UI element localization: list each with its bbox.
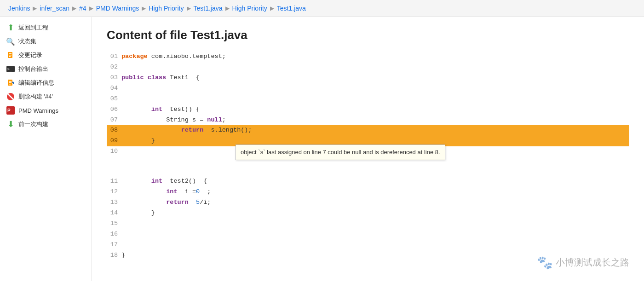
tooltip-box: object `s` last assigned on line 7 could… [236,144,445,160]
prev-arrow-icon: ⬇ [6,120,15,128]
sidebar-label-back: 返回到工程 [18,23,48,32]
code-line-16: 16 [107,229,629,240]
breadcrumb-test1-2[interactable]: Test1.java [277,5,306,12]
line-num-10: 10 [107,146,120,176]
svg-rect-9 [9,84,11,85]
sep5: ▶ [187,5,191,12]
line-code-04 [120,83,629,94]
line-num-07: 07 [107,115,120,126]
line-code-13: return 5/i; [120,197,629,208]
line-num-01: 01 [107,52,120,62]
line-num-05: 05 [107,94,120,104]
line-code-15 [120,219,629,229]
line-code-02 [120,62,629,73]
sidebar-item-back[interactable]: ⬆ 返回到工程 [0,21,92,35]
svg-rect-2 [9,55,12,56]
up-arrow-icon: ⬆ [6,23,15,32]
code-line-04: 04 [107,83,629,94]
sep7: ▶ [270,5,274,12]
sidebar-label-console: 控制台输出 [18,65,48,73]
layout: ⬆ 返回到工程 🔍 状态集 变更记录 >_ 控制台输出 编辑编译信息 [0,17,644,281]
breadcrumb: Jenkins ▶ infer_scan ▶ #4 ▶ PMD Warnings… [0,0,644,17]
code-line-07: 07 String s = null; [107,115,629,126]
svg-text:P: P [7,108,11,113]
code-line-15: 15 [107,219,629,229]
code-line-06: 06 int test() { [107,104,629,115]
line-code-03: public class Test1 { [120,73,629,83]
sidebar-item-console[interactable]: >_ 控制台输出 [0,62,92,76]
sidebar-label-pmd: PMD Warnings [18,107,58,114]
sidebar-label-delete: 删除构建 '#4' [18,92,53,101]
line-code-11: int test2() { [120,176,629,187]
sidebar-label-prev: 前一次构建 [18,120,48,128]
line-num-13: 13 [107,197,120,208]
line-num-16: 16 [107,229,120,240]
sep1: ▶ [33,5,37,12]
line-code-08: return s.length(); [120,125,629,136]
pmd-icon: P [6,106,15,115]
sep6: ▶ [225,5,230,12]
line-num-06: 06 [107,104,120,115]
sidebar-item-delete[interactable]: 删除构建 '#4' [0,90,92,104]
breadcrumb-high2[interactable]: High Priority [232,5,267,12]
line-code-06: int test() { [120,104,629,115]
code-line-13: 13 return 5/i; [107,197,629,208]
doc-icon [6,51,15,59]
line-num-12: 12 [107,187,120,197]
sidebar-item-edit[interactable]: 编辑编译信息 [0,76,92,90]
sidebar-item-pmd[interactable]: P PMD Warnings [0,104,92,117]
breadcrumb-infer-scan[interactable]: infer_scan [40,5,69,12]
svg-rect-8 [9,82,12,83]
edit-icon [6,79,15,87]
ban-icon [6,92,15,101]
code-line-02: 02 [107,62,629,73]
code-line-18: 18 } [107,250,629,261]
line-code-18: } [120,250,629,261]
code-block: 01 package com.xiaobo.temptest; 02 03 pu… [107,52,629,260]
breadcrumb-test1-1[interactable]: Test1.java [194,5,223,12]
page-title: Content of file Test1.java [107,28,629,42]
breadcrumb-build4[interactable]: #4 [79,5,86,12]
sidebar-label-status: 状态集 [18,37,36,46]
line-code-14: } [120,208,629,219]
svg-text:>_: >_ [7,67,12,71]
line-code-17 [120,240,629,250]
sidebar-item-status[interactable]: 🔍 状态集 [0,35,92,48]
breadcrumb-pmd[interactable]: PMD Warnings [96,5,139,12]
line-code-10: object `s` last assigned on line 7 could… [120,146,629,176]
line-num-02: 02 [107,62,120,73]
magnify-icon: 🔍 [6,37,15,46]
line-num-14: 14 [107,208,120,219]
line-code-12: int i =0 ; [120,187,629,197]
code-line-08: 08 return s.length(); [107,125,629,136]
sidebar-item-changelog[interactable]: 变更记录 [0,48,92,62]
line-code-05 [120,94,629,104]
line-code-07: String s = null; [120,115,629,126]
code-line-01: 01 package com.xiaobo.temptest; [107,52,629,62]
line-code-01: package com.xiaobo.temptest; [120,52,629,62]
line-num-04: 04 [107,83,120,94]
sidebar: ⬆ 返回到工程 🔍 状态集 变更记录 >_ 控制台输出 编辑编译信息 [0,17,92,281]
svg-rect-7 [9,81,12,82]
sep2: ▶ [72,5,76,12]
sep4: ▶ [142,5,146,12]
line-num-11: 11 [107,176,120,187]
line-num-03: 03 [107,73,120,83]
sidebar-item-prev[interactable]: ⬇ 前一次构建 [0,117,92,131]
code-line-17: 17 [107,240,629,250]
code-line-11: 11 int test2() { [107,176,629,187]
svg-rect-3 [9,56,11,57]
breadcrumb-high1[interactable]: High Priority [149,5,184,12]
code-line-10: 10 object `s` last assigned on line 7 co… [107,146,629,176]
code-line-03: 03 public class Test1 { [107,73,629,83]
line-num-17: 17 [107,240,120,250]
code-line-12: 12 int i =0 ; [107,187,629,197]
svg-rect-1 [9,53,12,54]
breadcrumb-jenkins[interactable]: Jenkins [8,5,30,12]
sep3: ▶ [89,5,93,12]
line-num-18: 18 [107,250,120,261]
line-code-16 [120,229,629,240]
code-line-14: 14 } [107,208,629,219]
sidebar-label-changelog: 变更记录 [18,51,42,59]
line-num-09: 09 [107,136,120,146]
